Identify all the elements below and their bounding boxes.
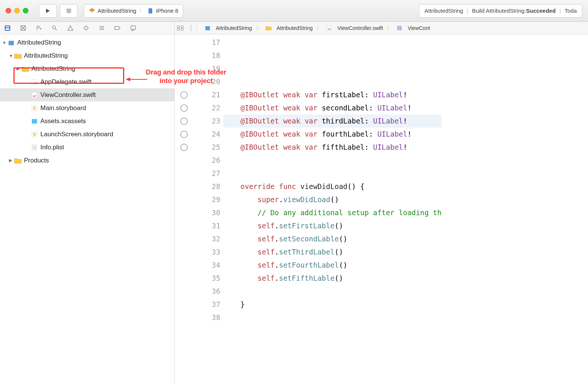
related-items-icon[interactable]: [177, 25, 184, 31]
source-control-tab[interactable]: [19, 24, 28, 33]
annotation-line1: Drag and drop this folder: [146, 68, 226, 77]
svg-rect-0: [67, 9, 71, 13]
traffic-lights: [6, 8, 28, 13]
tree-group-label: AttributedString: [24, 52, 68, 60]
tree-file-label: Info.plist: [40, 144, 64, 151]
svg-rect-20: [33, 133, 36, 136]
tree-file-label: AppDelegate.swift: [40, 78, 92, 86]
svg-rect-25: [177, 26, 180, 28]
tree-root[interactable]: ▼ AttributedString: [0, 36, 174, 49]
storyboard-icon: [31, 104, 38, 112]
tree-products-label: Products: [24, 157, 49, 164]
svg-rect-30: [327, 26, 331, 30]
status-build-result: Succeeded: [526, 7, 555, 14]
plist-icon: [31, 144, 38, 151]
tree-file-label: LaunchScreen.storyboard: [40, 131, 113, 138]
ib-outlet-indicator-icon[interactable]: [180, 104, 188, 112]
scheme-project: AttributedString: [98, 7, 136, 14]
svg-rect-1: [148, 8, 152, 13]
annotation-line2: into your project: [146, 77, 226, 85]
run-button[interactable]: [39, 4, 57, 18]
project-tree: ▼ AttributedString ▼ AttributedString ▶ …: [0, 34, 174, 167]
xcodeproj-icon: [204, 24, 211, 32]
tree-file-label: Assets.xcassets: [40, 118, 86, 125]
svg-rect-18: [32, 119, 37, 124]
close-window-icon[interactable]: [6, 8, 11, 13]
breakpoint-navigator-tab[interactable]: [113, 24, 122, 33]
svg-point-7: [52, 26, 55, 29]
zoom-window-icon[interactable]: [23, 8, 28, 13]
svg-rect-28: [181, 28, 183, 30]
code-body[interactable]: @IBOutlet weak var firstLabel: UILabel! …: [223, 34, 441, 384]
jump-p4[interactable]: ViewCont: [408, 25, 430, 31]
class-icon: C: [396, 24, 403, 32]
breakpoint-gutter[interactable]: [175, 34, 193, 384]
toolbar: AttributedString 〉 iPhone 8 AttributedSt…: [0, 0, 588, 22]
tree-group[interactable]: ▼ AttributedString: [0, 49, 174, 62]
svg-rect-27: [181, 26, 183, 28]
annotation-arrow-icon: [126, 77, 148, 82]
code-editor[interactable]: 1718192021222324252627282930313233343536…: [175, 34, 588, 384]
annotation-text: Drag and drop this folder into your proj…: [146, 68, 226, 86]
disclosure-triangle-icon[interactable]: ▼: [2, 40, 7, 45]
swift-icon: [31, 91, 38, 99]
tree-file[interactable]: Main.storyboard: [0, 101, 174, 115]
svg-rect-12: [131, 26, 135, 30]
svg-rect-3: [4, 27, 10, 28]
forward-icon[interactable]: 〉: [195, 24, 202, 33]
disclosure-triangle-icon[interactable]: ▶: [16, 66, 22, 71]
symbol-navigator-tab[interactable]: [34, 24, 43, 33]
minimize-window-icon[interactable]: [14, 8, 20, 13]
tree-products[interactable]: ▶ Products: [0, 154, 174, 167]
navigator-tabs: [0, 22, 174, 34]
svg-rect-15: [32, 92, 37, 98]
tree-file-label: ViewController.swift: [40, 91, 96, 99]
tree-root-label: AttributedString: [17, 39, 61, 46]
debug-navigator-tab[interactable]: [97, 24, 106, 33]
svg-rect-26: [177, 28, 180, 30]
stop-button[interactable]: [60, 4, 78, 18]
ib-outlet-indicator-icon[interactable]: [180, 118, 188, 125]
project-navigator-tab[interactable]: [3, 24, 12, 33]
scheme-device: iPhone 8: [156, 7, 178, 14]
jump-p1[interactable]: AttributedString: [216, 25, 252, 31]
folder-icon: [265, 24, 272, 32]
xcassets-icon: [31, 118, 38, 125]
folder-icon: [14, 52, 22, 60]
find-navigator-tab[interactable]: [50, 24, 59, 33]
jump-p3[interactable]: ViewController.swift: [337, 25, 383, 31]
status-build-prefix: Build AttributedString:: [472, 7, 526, 14]
storyboard-icon: [31, 131, 38, 138]
folder-icon: [22, 65, 29, 73]
test-navigator-tab[interactable]: [82, 24, 91, 33]
tree-file[interactable]: ViewController.swift: [0, 88, 174, 101]
svg-line-8: [55, 28, 57, 30]
status-project: AttributedString: [425, 7, 463, 14]
disclosure-triangle-icon[interactable]: ▶: [9, 158, 14, 163]
xcodeproj-icon: [7, 39, 15, 46]
scheme-selector[interactable]: AttributedString 〉 iPhone 8: [84, 4, 183, 18]
disclosure-triangle-icon[interactable]: ▼: [9, 54, 14, 58]
jump-p2[interactable]: AttributedString: [277, 25, 313, 31]
swift-icon: [325, 24, 333, 32]
ib-outlet-indicator-icon[interactable]: [180, 131, 188, 138]
report-navigator-tab[interactable]: [129, 24, 138, 33]
svg-rect-29: [205, 26, 210, 30]
status-time: Toda: [564, 7, 577, 14]
folder-icon: [14, 157, 22, 164]
svg-rect-17: [33, 107, 36, 110]
tree-file[interactable]: Assets.xcassets: [0, 115, 174, 128]
svg-rect-14: [32, 79, 37, 85]
build-status[interactable]: AttributedString | Build AttributedStrin…: [419, 4, 582, 18]
svg-rect-13: [9, 41, 14, 45]
tree-folder-label: AttributedString: [31, 65, 75, 73]
ib-outlet-indicator-icon[interactable]: [180, 144, 188, 151]
tree-file[interactable]: LaunchScreen.storyboard: [0, 128, 174, 141]
issue-navigator-tab[interactable]: [66, 24, 75, 33]
tree-file-label: Main.storyboard: [40, 104, 86, 112]
back-icon[interactable]: 〈: [186, 24, 193, 33]
tree-file[interactable]: Info.plist: [0, 141, 174, 154]
ib-outlet-indicator-icon[interactable]: [180, 91, 188, 99]
swift-icon: [31, 78, 38, 86]
jump-bar[interactable]: 〈 〉 AttributedString〉 AttributedString〉 …: [175, 22, 588, 34]
